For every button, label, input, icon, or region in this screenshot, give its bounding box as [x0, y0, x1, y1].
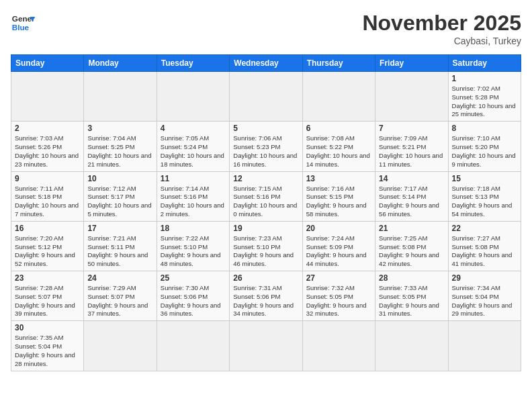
- day-info: Sunrise: 7:08 AM Sunset: 5:22 PM Dayligh…: [306, 134, 371, 169]
- table-row: 26Sunrise: 7:31 AM Sunset: 5:06 PM Dayli…: [230, 271, 302, 321]
- table-row: 11Sunrise: 7:14 AM Sunset: 5:16 PM Dayli…: [157, 171, 229, 221]
- day-info: Sunrise: 7:28 AM Sunset: 5:07 PM Dayligh…: [15, 284, 80, 318]
- day-number: 13: [306, 174, 371, 183]
- day-info: Sunrise: 7:18 AM Sunset: 5:13 PM Dayligh…: [452, 185, 517, 219]
- day-info: Sunrise: 7:04 AM Sunset: 5:25 PM Dayligh…: [87, 134, 152, 169]
- table-row: 10Sunrise: 7:12 AM Sunset: 5:17 PM Dayli…: [84, 171, 157, 221]
- day-number: 19: [233, 224, 298, 233]
- table-row: 20Sunrise: 7:24 AM Sunset: 5:09 PM Dayli…: [302, 221, 375, 271]
- page-header: General Blue November 2025 Caybasi, Turk…: [11, 11, 521, 46]
- table-row: 2Sunrise: 7:03 AM Sunset: 5:26 PM Daylig…: [11, 122, 84, 171]
- day-number: 6: [306, 124, 371, 133]
- day-number: 28: [379, 273, 444, 283]
- empty-day: [230, 72, 302, 122]
- empty-day: [448, 321, 521, 371]
- day-number: 30: [15, 323, 80, 332]
- day-number: 16: [15, 224, 80, 233]
- day-info: Sunrise: 7:30 AM Sunset: 5:06 PM Dayligh…: [161, 284, 226, 318]
- day-number: 2: [15, 124, 80, 133]
- header-monday: Monday: [84, 55, 157, 72]
- day-number: 5: [233, 124, 298, 133]
- day-info: Sunrise: 7:09 AM Sunset: 5:21 PM Dayligh…: [379, 134, 444, 169]
- day-info: Sunrise: 7:22 AM Sunset: 5:10 PM Dayligh…: [161, 234, 226, 269]
- day-number: 23: [15, 273, 80, 283]
- table-row: 29Sunrise: 7:34 AM Sunset: 5:04 PM Dayli…: [448, 271, 521, 321]
- day-info: Sunrise: 7:32 AM Sunset: 5:05 PM Dayligh…: [306, 284, 371, 318]
- day-info: Sunrise: 7:27 AM Sunset: 5:08 PM Dayligh…: [452, 234, 517, 269]
- table-row: 18Sunrise: 7:22 AM Sunset: 5:10 PM Dayli…: [157, 221, 229, 271]
- day-number: 8: [452, 124, 517, 133]
- empty-day: [302, 72, 375, 122]
- day-info: Sunrise: 7:21 AM Sunset: 5:11 PM Dayligh…: [87, 234, 152, 269]
- table-row: 6Sunrise: 7:08 AM Sunset: 5:22 PM Daylig…: [302, 122, 375, 171]
- day-number: 12: [233, 174, 298, 183]
- table-row: 28Sunrise: 7:33 AM Sunset: 5:05 PM Dayli…: [375, 271, 448, 321]
- header-sunday: Sunday: [11, 55, 84, 72]
- table-row: 24Sunrise: 7:29 AM Sunset: 5:07 PM Dayli…: [84, 271, 157, 321]
- day-info: Sunrise: 7:34 AM Sunset: 5:04 PM Dayligh…: [452, 284, 517, 318]
- table-row: 3Sunrise: 7:04 AM Sunset: 5:25 PM Daylig…: [84, 122, 157, 171]
- day-info: Sunrise: 7:15 AM Sunset: 5:16 PM Dayligh…: [233, 185, 298, 219]
- day-number: 17: [87, 224, 152, 233]
- day-number: 10: [87, 174, 152, 183]
- empty-day: [157, 72, 229, 122]
- day-number: 7: [379, 124, 444, 133]
- table-row: 15Sunrise: 7:18 AM Sunset: 5:13 PM Dayli…: [448, 171, 521, 221]
- day-info: Sunrise: 7:05 AM Sunset: 5:24 PM Dayligh…: [161, 134, 226, 169]
- day-number: 25: [161, 273, 226, 283]
- table-row: 12Sunrise: 7:15 AM Sunset: 5:16 PM Dayli…: [230, 171, 302, 221]
- empty-day: [375, 72, 448, 122]
- day-info: Sunrise: 7:06 AM Sunset: 5:23 PM Dayligh…: [233, 134, 298, 169]
- day-number: 9: [15, 174, 80, 183]
- logo-icon: General Blue: [11, 11, 35, 35]
- title-block: November 2025 Caybasi, Turkey: [362, 11, 521, 46]
- day-number: 24: [87, 273, 152, 283]
- logo: General Blue: [11, 11, 35, 35]
- day-number: 3: [87, 124, 152, 133]
- empty-day: [11, 72, 84, 122]
- table-row: 19Sunrise: 7:23 AM Sunset: 5:10 PM Dayli…: [230, 221, 302, 271]
- table-row: 16Sunrise: 7:20 AM Sunset: 5:12 PM Dayli…: [11, 221, 84, 271]
- day-info: Sunrise: 7:33 AM Sunset: 5:05 PM Dayligh…: [379, 284, 444, 318]
- day-number: 26: [233, 273, 298, 283]
- calendar-table: Sunday Monday Tuesday Wednesday Thursday…: [11, 54, 521, 371]
- day-info: Sunrise: 7:14 AM Sunset: 5:16 PM Dayligh…: [161, 185, 226, 219]
- day-number: 27: [306, 273, 371, 283]
- svg-text:Blue: Blue: [12, 23, 30, 32]
- empty-day: [84, 321, 157, 371]
- header-thursday: Thursday: [302, 55, 375, 72]
- day-number: 18: [161, 224, 226, 233]
- empty-day: [375, 321, 448, 371]
- table-row: 30Sunrise: 7:35 AM Sunset: 5:04 PM Dayli…: [11, 321, 84, 371]
- day-info: Sunrise: 7:23 AM Sunset: 5:10 PM Dayligh…: [233, 234, 298, 269]
- day-info: Sunrise: 7:20 AM Sunset: 5:12 PM Dayligh…: [15, 234, 80, 269]
- table-row: 25Sunrise: 7:30 AM Sunset: 5:06 PM Dayli…: [157, 271, 229, 321]
- day-info: Sunrise: 7:25 AM Sunset: 5:08 PM Dayligh…: [379, 234, 444, 269]
- empty-day: [302, 321, 375, 371]
- day-info: Sunrise: 7:12 AM Sunset: 5:17 PM Dayligh…: [87, 185, 152, 219]
- table-row: 13Sunrise: 7:16 AM Sunset: 5:15 PM Dayli…: [302, 171, 375, 221]
- day-number: 1: [452, 74, 517, 83]
- weekday-header-row: Sunday Monday Tuesday Wednesday Thursday…: [11, 55, 521, 72]
- day-info: Sunrise: 7:11 AM Sunset: 5:18 PM Dayligh…: [15, 185, 80, 219]
- day-info: Sunrise: 7:16 AM Sunset: 5:15 PM Dayligh…: [306, 185, 371, 219]
- table-row: 4Sunrise: 7:05 AM Sunset: 5:24 PM Daylig…: [157, 122, 229, 171]
- table-row: 27Sunrise: 7:32 AM Sunset: 5:05 PM Dayli…: [302, 271, 375, 321]
- header-friday: Friday: [375, 55, 448, 72]
- table-row: 14Sunrise: 7:17 AM Sunset: 5:14 PM Dayli…: [375, 171, 448, 221]
- day-number: 21: [379, 224, 444, 233]
- day-info: Sunrise: 7:35 AM Sunset: 5:04 PM Dayligh…: [15, 334, 80, 368]
- table-row: 21Sunrise: 7:25 AM Sunset: 5:08 PM Dayli…: [375, 221, 448, 271]
- day-number: 14: [379, 174, 444, 183]
- header-wednesday: Wednesday: [230, 55, 302, 72]
- day-info: Sunrise: 7:24 AM Sunset: 5:09 PM Dayligh…: [306, 234, 371, 269]
- day-number: 22: [452, 224, 517, 233]
- location-subtitle: Caybasi, Turkey: [362, 36, 521, 46]
- table-row: 5Sunrise: 7:06 AM Sunset: 5:23 PM Daylig…: [230, 122, 302, 171]
- header-saturday: Saturday: [448, 55, 521, 72]
- day-info: Sunrise: 7:03 AM Sunset: 5:26 PM Dayligh…: [15, 134, 80, 169]
- day-number: 29: [452, 273, 517, 283]
- day-number: 15: [452, 174, 517, 183]
- day-number: 4: [161, 124, 226, 133]
- table-row: 8Sunrise: 7:10 AM Sunset: 5:20 PM Daylig…: [448, 122, 521, 171]
